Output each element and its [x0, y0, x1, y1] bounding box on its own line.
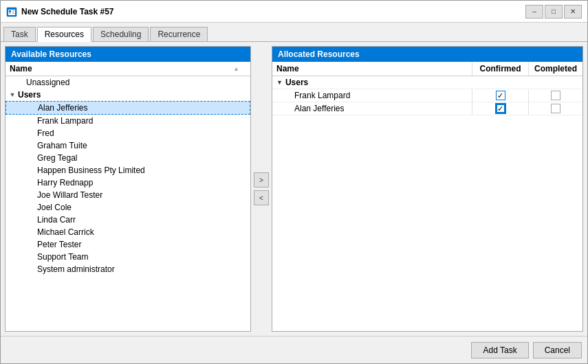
available-list[interactable]: Unassigned ▼ Users Alan Jefferies Frank …	[6, 76, 250, 331]
allocated-row[interactable]: Alan Jefferies ✓	[272, 102, 582, 115]
item-label: Peter Tester	[37, 240, 81, 249]
svg-rect-4	[12, 12, 14, 12]
allocated-item-name: Alan Jefferies	[272, 102, 472, 115]
allocate-button[interactable]: >	[254, 172, 269, 187]
allocated-group-row: ▼ Users	[272, 76, 582, 89]
allocated-col-header: Name Confirmed Completed	[272, 62, 582, 76]
list-item[interactable]: Peter Tester	[6, 238, 250, 251]
allocated-confirmed-col-header: Confirmed	[472, 62, 528, 76]
tab-task[interactable]: Task	[3, 27, 36, 41]
allocated-name-col-header: Name	[272, 62, 472, 76]
completed-checkbox[interactable]	[551, 104, 560, 113]
item-label: Greg Tegal	[37, 153, 77, 163]
spacer-icon	[28, 166, 36, 174]
main-window: New Schedule Task #57 – □ ✕ Task Resourc…	[0, 0, 588, 364]
spacer-icon	[28, 141, 36, 150]
allocated-resources-header: Allocated Resources	[272, 47, 582, 62]
item-label: Frank Lampard	[37, 116, 93, 126]
confirmed-checkbox-focused[interactable]: ✓	[496, 104, 505, 113]
completed-cell[interactable]	[528, 89, 582, 102]
available-resources-panel: Available Resources Name ▲ Unassigned ▼ …	[5, 46, 251, 332]
item-label: Support Team	[37, 252, 89, 262]
footer: Add Task Cancel	[1, 336, 587, 363]
check-icon: ✓	[497, 104, 503, 113]
tab-bar: Task Resources Scheduling Recurrence	[1, 23, 587, 42]
svg-rect-3	[12, 10, 14, 11]
item-label: Joe Willard Tester	[37, 190, 102, 200]
cancel-button[interactable]: Cancel	[533, 342, 582, 359]
available-name-col-header: Name	[6, 62, 233, 76]
allocated-row[interactable]: Frank Lampard ✓	[272, 89, 582, 102]
item-label: Joel Cole	[37, 203, 72, 212]
minimize-button[interactable]: –	[525, 5, 543, 19]
list-item[interactable]: Linda Carr	[6, 214, 250, 226]
list-item[interactable]: Harry Rednapp	[6, 177, 250, 189]
spacer-icon	[28, 191, 36, 199]
title-bar: New Schedule Task #57 – □ ✕	[1, 1, 587, 23]
tab-resources[interactable]: Resources	[37, 27, 91, 42]
sort-arrow-icon: ▲	[233, 65, 239, 72]
list-item[interactable]: Unassigned	[6, 76, 250, 89]
collapse-icon: ▼	[276, 79, 283, 86]
spacer-icon	[28, 253, 36, 261]
tab-scheduling[interactable]: Scheduling	[93, 27, 149, 41]
tab-recurrence[interactable]: Recurrence	[150, 27, 208, 41]
confirmed-cell[interactable]: ✓	[472, 89, 528, 102]
list-item[interactable]: ▼ Users	[6, 89, 250, 101]
spacer-icon	[28, 228, 36, 236]
list-item[interactable]: Graham Tuite	[6, 139, 250, 152]
spacer-icon	[28, 154, 36, 162]
list-item[interactable]: System administrator	[6, 263, 250, 275]
main-content: Available Resources Name ▲ Unassigned ▼ …	[1, 42, 587, 336]
confirmed-checkbox[interactable]: ✓	[496, 91, 505, 100]
group-label: Users	[285, 78, 308, 87]
item-label: Alan Jefferies	[38, 103, 88, 113]
item-label: Linda Carr	[37, 215, 76, 225]
spacer-icon	[28, 117, 36, 125]
allocated-list[interactable]: ▼ Users Frank Lampard ✓	[272, 76, 582, 331]
available-resources-header: Available Resources	[6, 47, 250, 62]
completed-checkbox[interactable]	[551, 91, 560, 100]
available-col-header: Name ▲	[6, 62, 250, 76]
completed-cell[interactable]	[528, 102, 582, 115]
item-label: Michael Carrick	[37, 227, 94, 237]
list-item[interactable]: Joel Cole	[6, 201, 250, 214]
check-icon: ✓	[497, 91, 503, 100]
list-item[interactable]: Frank Lampard	[6, 115, 250, 127]
svg-rect-2	[9, 10, 11, 12]
deallocate-button[interactable]: <	[254, 190, 269, 205]
spacer-icon	[28, 104, 36, 112]
app-icon	[6, 6, 17, 17]
spacer-icon	[28, 240, 36, 249]
item-label: System administrator	[37, 264, 115, 274]
spacer-icon	[28, 129, 36, 137]
svg-rect-5	[9, 13, 11, 14]
spacer-icon	[28, 179, 36, 187]
confirmed-cell[interactable]: ✓	[472, 102, 528, 115]
item-label: Happen Business Pty Limited	[37, 166, 145, 175]
list-item[interactable]: Michael Carrick	[6, 226, 250, 238]
collapse-icon: ▼	[8, 91, 17, 99]
allocated-resources-panel: Allocated Resources Name Confirmed Compl…	[272, 46, 583, 332]
maximize-button[interactable]: □	[545, 5, 563, 19]
allocated-completed-col-header: Completed	[528, 62, 582, 76]
window-title: New Schedule Task #57	[21, 7, 525, 16]
item-label: Graham Tuite	[37, 141, 87, 150]
list-item[interactable]: Support Team	[6, 251, 250, 263]
spacer-icon	[17, 78, 25, 87]
list-item[interactable]: Fred	[6, 127, 250, 139]
list-item[interactable]: Joe Willard Tester	[6, 189, 250, 201]
item-label: Harry Rednapp	[37, 178, 93, 187]
spacer-icon	[28, 265, 36, 273]
spacer-icon	[28, 216, 36, 224]
close-button[interactable]: ✕	[564, 5, 582, 19]
window-controls: – □ ✕	[525, 5, 582, 19]
add-task-button[interactable]: Add Task	[471, 342, 528, 359]
list-item[interactable]: Greg Tegal	[6, 152, 250, 164]
item-label: Unassigned	[26, 78, 69, 87]
list-item[interactable]: Happen Business Pty Limited	[6, 164, 250, 177]
transfer-controls: > <	[251, 46, 272, 332]
svg-rect-6	[12, 13, 14, 14]
list-item[interactable]: Alan Jefferies	[6, 101, 250, 115]
item-label: Users	[18, 90, 41, 100]
